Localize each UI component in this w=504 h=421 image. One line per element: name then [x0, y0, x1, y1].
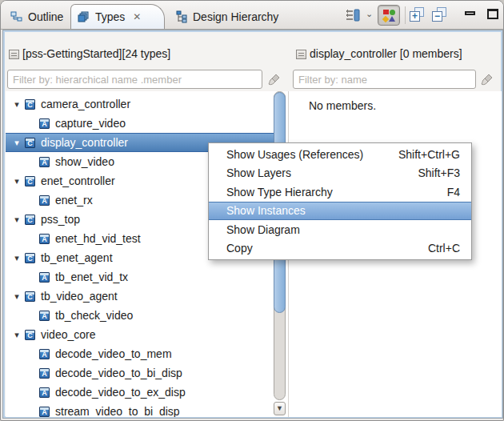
- yellow-diamond-icon: [382, 16, 389, 22]
- menu-item-label: Show Usages (References): [226, 148, 363, 161]
- expander-icon[interactable]: ▾: [9, 253, 25, 263]
- component-icon: C: [25, 138, 35, 148]
- tab-design-hierarchy-label: Design Hierarchy: [193, 10, 278, 23]
- action-icon: A: [39, 387, 50, 398]
- chevron-down-icon[interactable]: ⌄: [366, 9, 373, 19]
- tree-item-tb_enet_vid_tx[interactable]: Atb_enet_vid_tx: [6, 267, 270, 287]
- view-menu-button[interactable]: [345, 8, 361, 22]
- toolbar-separator: [405, 6, 406, 24]
- minimize-button[interactable]: [465, 11, 475, 15]
- maximize-button[interactable]: [487, 9, 498, 19]
- menu-item-show-diagram[interactable]: Show Diagram: [209, 220, 471, 239]
- component-icon: C: [25, 176, 35, 186]
- design-hierarchy-icon: [175, 10, 188, 23]
- collapse-all-button[interactable]: −: [432, 7, 446, 22]
- menu-item-shortcut: Shift+Ctrl+G: [398, 148, 460, 161]
- tab-outline[interactable]: Outline: [4, 4, 70, 29]
- left-panel-title: [pss-GettingStarted][24 types]: [22, 47, 170, 60]
- component-icon: C: [25, 215, 35, 225]
- menu-item-copy[interactable]: CopyCtrl+C: [209, 239, 471, 259]
- tree-item-label: tb_enet_vid_tx: [55, 271, 128, 283]
- expander-icon[interactable]: ▾: [9, 138, 25, 148]
- action-icon: A: [39, 349, 50, 359]
- action-icon: A: [39, 272, 50, 283]
- members-list-icon: [296, 50, 306, 59]
- menu-item-show-usages-references[interactable]: Show Usages (References)Shift+Ctrl+G: [209, 145, 471, 164]
- menu-item-show-type-hierarchy[interactable]: Show Type HierarchyF4: [209, 182, 471, 202]
- action-icon: A: [39, 311, 50, 321]
- tree-item-label: decode_video_to_mem: [55, 347, 172, 360]
- tree-item-label: tb_enet_agent: [41, 251, 113, 264]
- layout-options-icon: [345, 8, 361, 22]
- expander-icon[interactable]: ▾: [9, 330, 25, 340]
- context-menu: Show Usages (References)Shift+Ctrl+GShow…: [208, 142, 472, 260]
- collapse-all-icon: −: [432, 7, 446, 22]
- types-list-icon: [9, 50, 19, 59]
- close-icon[interactable]: ✕: [133, 11, 141, 22]
- menu-item-label: Show Type Hierarchy: [226, 186, 333, 198]
- action-icon: A: [39, 157, 50, 167]
- clear-filter-brush-icon[interactable]: [267, 72, 282, 86]
- tree-item-label: enet_hd_vid_test: [55, 232, 141, 245]
- tree-item-tb_check_video[interactable]: Atb_check_video: [6, 306, 270, 325]
- tree-item-video_core[interactable]: ▾Cvideo_core: [6, 325, 270, 344]
- component-icon: C: [25, 253, 35, 263]
- tree-item-label: show_video: [55, 155, 114, 168]
- red-square-icon: [383, 10, 389, 14]
- member-filter-input[interactable]: [293, 70, 476, 89]
- tree-item-label: capture_video: [55, 117, 126, 130]
- menu-item-show-instances[interactable]: Show Instances: [209, 202, 471, 221]
- outline-icon: [10, 10, 23, 23]
- expand-all-icon: +: [410, 7, 424, 22]
- tab-design-hierarchy[interactable]: Design Hierarchy: [169, 4, 285, 29]
- scrollbar-down-arrow-icon[interactable]: ▼: [274, 402, 286, 415]
- tree-item-decode_video_to_bi_disp[interactable]: Adecode_video_to_bi_disp: [6, 363, 270, 383]
- component-icon: C: [25, 330, 35, 340]
- tab-types[interactable]: Types ✕: [70, 4, 165, 29]
- expand-all-button[interactable]: +: [410, 7, 424, 22]
- type-kind-filter-button[interactable]: [378, 5, 400, 26]
- tree-item-tb_video_agent[interactable]: ▾Ctb_video_agent: [6, 287, 270, 306]
- tree-item-decode_video_to_ex_disp[interactable]: Adecode_video_to_ex_disp: [6, 383, 270, 402]
- tab-types-label: Types: [95, 10, 125, 23]
- expander-icon[interactable]: ▾: [9, 176, 25, 186]
- menu-item-shortcut: F4: [447, 186, 460, 198]
- action-icon: A: [39, 407, 50, 417]
- type-filter-input[interactable]: [7, 70, 262, 89]
- action-icon: A: [39, 118, 50, 129]
- tree-item-label: camera_controller: [41, 98, 130, 110]
- menu-item-show-layers[interactable]: Show LayersShift+F3: [209, 164, 471, 183]
- expander-icon[interactable]: ▾: [9, 215, 25, 225]
- tree-item-stream_video_to_bi_disp[interactable]: Astream_video_to_bi_disp: [6, 402, 270, 417]
- empty-members-text: No members.: [309, 99, 376, 112]
- minimize-icon: [465, 11, 475, 15]
- menu-item-shortcut: Ctrl+C: [428, 242, 460, 255]
- tab-bar: Outline Types ✕ Design Hierarchy: [1, 1, 503, 30]
- green-circle-icon: [390, 10, 395, 15]
- menu-item-label: Show Diagram: [226, 223, 300, 236]
- tree-item-capture_video[interactable]: Acapture_video: [6, 114, 270, 133]
- component-icon: C: [25, 99, 35, 110]
- menu-item-label: Show Instances: [226, 204, 306, 217]
- tree-item-label: enet_rx: [55, 194, 93, 206]
- tree-item-decode_video_to_mem[interactable]: Adecode_video_to_mem: [6, 344, 270, 363]
- action-icon: A: [39, 195, 50, 206]
- tab-outline-label: Outline: [28, 10, 63, 23]
- expander-icon[interactable]: ▾: [9, 291, 25, 302]
- component-icon: C: [25, 291, 35, 302]
- action-icon: A: [39, 368, 50, 379]
- tree-item-label: decode_video_to_ex_disp: [55, 386, 186, 399]
- tree-item-camera_controller[interactable]: ▾Ccamera_controller: [6, 94, 270, 114]
- tree-item-label: display_controller: [41, 136, 128, 149]
- tree-item-label: pss_top: [41, 213, 80, 226]
- expander-icon[interactable]: ▾: [9, 99, 25, 110]
- tree-item-label: decode_video_to_bi_disp: [55, 367, 182, 379]
- clear-member-filter-brush-icon[interactable]: [480, 72, 494, 86]
- tree-item-label: tb_check_video: [55, 309, 133, 322]
- menu-item-label: Copy: [226, 242, 253, 255]
- tree-item-label: tb_video_agent: [41, 290, 118, 303]
- menu-item-label: Show Layers: [226, 166, 291, 179]
- tree-item-label: enet_controller: [41, 174, 115, 187]
- blue-triangle-icon: [389, 16, 395, 22]
- tree-item-label: stream_video_to_bi_disp: [55, 405, 180, 417]
